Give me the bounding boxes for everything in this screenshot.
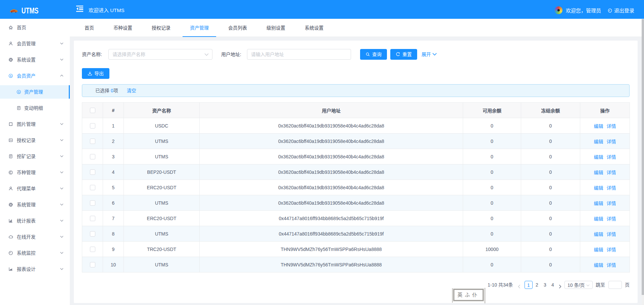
svg-text:$: $ <box>18 91 20 94</box>
svg-text:$: $ <box>10 74 12 78</box>
